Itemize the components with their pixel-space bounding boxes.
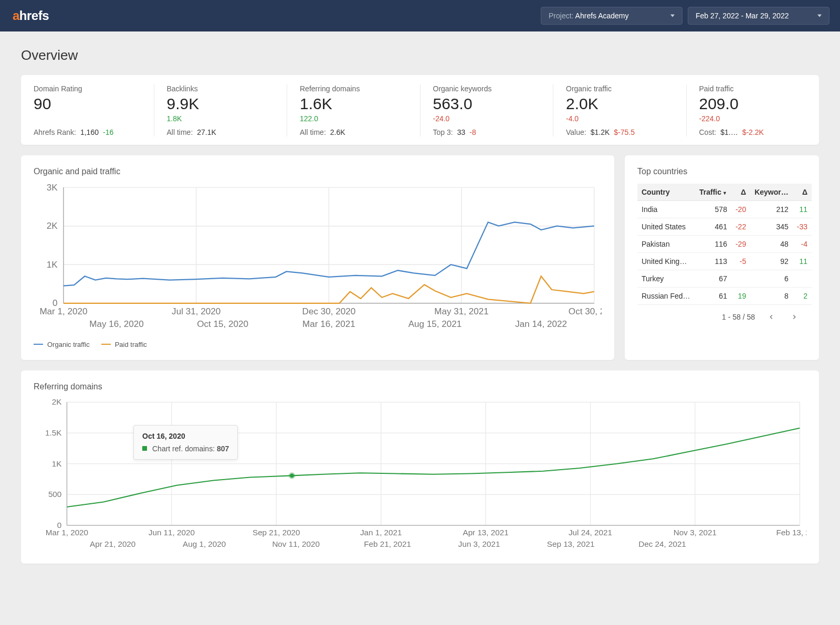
- traffic-chart-title: Organic and paid traffic: [34, 167, 602, 176]
- col-keywords[interactable]: Keywor…: [750, 184, 793, 201]
- svg-text:Aug 1, 2020: Aug 1, 2020: [183, 539, 226, 548]
- svg-text:1.5K: 1.5K: [45, 428, 61, 437]
- metric-change: 122.0: [300, 114, 407, 123]
- metric-change: 1.8K: [167, 114, 275, 123]
- project-label: Project:: [549, 12, 575, 20]
- metric-change: -224.0: [699, 114, 807, 123]
- metric-label: Organic traffic: [566, 84, 674, 93]
- sort-caret-icon: ▼: [722, 190, 727, 196]
- countries-pager: 1 - 58 / 58: [637, 305, 806, 324]
- svg-text:Mar 1, 2020: Mar 1, 2020: [39, 306, 87, 316]
- legend-organic: Organic traffic: [34, 341, 90, 348]
- svg-text:Jun 11, 2020: Jun 11, 2020: [149, 528, 195, 537]
- app-header: ahrefs Project: Ahrefs Academy Feb 27, 2…: [0, 0, 840, 31]
- metric[interactable]: Referring domains1.6K122.0All time:2.6K: [287, 84, 421, 136]
- metric-label: Paid traffic: [699, 84, 807, 93]
- svg-point-61: [290, 473, 294, 478]
- svg-text:2K: 2K: [47, 221, 58, 231]
- metric[interactable]: Domain Rating90Ahrefs Rank:1,160-16: [21, 84, 154, 136]
- svg-text:Feb 21, 2021: Feb 21, 2021: [364, 539, 411, 548]
- col-delta1[interactable]: Δ: [731, 184, 750, 201]
- svg-text:Sep 21, 2020: Sep 21, 2020: [253, 528, 300, 537]
- metric-sub: Ahrefs Rank:1,160-16: [34, 128, 141, 136]
- table-row[interactable]: Turkey676: [637, 270, 812, 288]
- svg-text:Jan 14, 2022: Jan 14, 2022: [515, 319, 567, 329]
- page-title: Overview: [21, 47, 819, 63]
- svg-text:Jan 1, 2021: Jan 1, 2021: [360, 528, 402, 537]
- metric-sub: All time:27.1K: [167, 128, 275, 136]
- referring-domains-chart[interactable]: 05001K1.5K2KMar 1, 2020Jun 11, 2020Sep 2…: [34, 399, 806, 552]
- col-traffic[interactable]: Traffic▼: [695, 184, 731, 201]
- metric[interactable]: Backlinks9.9K1.8KAll time:27.1K: [154, 84, 288, 136]
- svg-text:May 16, 2020: May 16, 2020: [89, 319, 144, 329]
- svg-text:Nov 3, 2021: Nov 3, 2021: [674, 528, 717, 537]
- svg-text:500: 500: [48, 490, 61, 499]
- metric-value: 563.0: [433, 95, 541, 112]
- svg-text:Jul 31, 2020: Jul 31, 2020: [172, 306, 220, 316]
- referring-domains-card: Referring domains 05001K1.5K2KMar 1, 202…: [21, 370, 819, 564]
- table-row[interactable]: Russian Federa…611982: [637, 288, 812, 305]
- svg-text:1K: 1K: [52, 459, 62, 468]
- svg-text:Oct 30, 2021: Oct 30, 2021: [569, 306, 602, 316]
- metric-label: Organic keywords: [433, 84, 541, 93]
- table-row[interactable]: Pakistan116-2948-4: [637, 236, 812, 253]
- svg-text:Jun 3, 2021: Jun 3, 2021: [458, 539, 500, 548]
- traffic-legend: Organic traffic Paid traffic: [34, 341, 602, 348]
- tooltip-date: Oct 16, 2020: [142, 432, 229, 440]
- svg-text:1K: 1K: [47, 260, 58, 270]
- col-delta2[interactable]: Δ: [793, 184, 812, 201]
- metric-value: 209.0: [699, 95, 807, 112]
- pager-prev-button[interactable]: [764, 310, 778, 324]
- metric-value: 9.9K: [167, 95, 275, 112]
- svg-text:Aug 15, 2021: Aug 15, 2021: [408, 319, 462, 329]
- pager-text: 1 - 58 / 58: [722, 313, 755, 321]
- svg-text:Feb 13, 2022: Feb 13, 2022: [776, 528, 806, 537]
- chevron-left-icon: [768, 313, 775, 321]
- svg-text:Jul 24, 2021: Jul 24, 2021: [569, 528, 612, 537]
- metric-sub: Cost:$1.…$-2.2K: [699, 128, 807, 136]
- svg-text:Dec 24, 2021: Dec 24, 2021: [638, 539, 686, 548]
- metric-sub: All time:2.6K: [300, 128, 407, 136]
- metric-value: 1.6K: [300, 95, 407, 112]
- tooltip-dot-icon: [142, 446, 147, 451]
- svg-text:2K: 2K: [52, 399, 62, 406]
- metric-value: 90: [34, 95, 141, 112]
- metric[interactable]: Paid traffic209.0-224.0Cost:$1.…$-2.2K: [687, 84, 820, 136]
- metric[interactable]: Organic traffic2.0K-4.0Value:$1.2K$-75.5: [553, 84, 687, 136]
- svg-text:Nov 11, 2020: Nov 11, 2020: [272, 539, 320, 548]
- date-range-selector[interactable]: Feb 27, 2022 - Mar 29, 2022: [688, 7, 830, 25]
- metric-label: Domain Rating: [34, 84, 141, 93]
- table-row[interactable]: United Kingdom113-59211: [637, 253, 812, 270]
- ahrefs-logo: ahrefs: [13, 8, 49, 23]
- svg-text:Sep 13, 2021: Sep 13, 2021: [547, 539, 595, 548]
- referring-domains-title: Referring domains: [34, 382, 806, 391]
- svg-text:Mar 1, 2020: Mar 1, 2020: [46, 528, 88, 537]
- svg-text:Oct 15, 2020: Oct 15, 2020: [197, 319, 248, 329]
- legend-swatch-organic: [34, 344, 43, 345]
- project-value: Ahrefs Academy: [575, 12, 629, 20]
- project-selector[interactable]: Project: Ahrefs Academy: [541, 7, 682, 25]
- metric-label: Referring domains: [300, 84, 407, 93]
- metric-label: Backlinks: [167, 84, 275, 93]
- pager-next-button[interactable]: [788, 310, 801, 324]
- metric-sub: Top 3:33-8: [433, 128, 541, 136]
- metric-change: -4.0: [566, 114, 674, 123]
- svg-text:3K: 3K: [47, 184, 58, 193]
- svg-text:Mar 16, 2021: Mar 16, 2021: [302, 319, 355, 329]
- svg-text:May 31, 2021: May 31, 2021: [434, 306, 489, 316]
- col-country[interactable]: Country: [637, 184, 695, 201]
- traffic-chart[interactable]: 01K2K3KMar 1, 2020Jul 31, 2020Dec 30, 20…: [34, 184, 602, 333]
- logo-text: hrefs: [19, 8, 49, 23]
- metrics-card: Domain Rating90Ahrefs Rank:1,160-16Backl…: [21, 75, 819, 145]
- svg-text:Apr 13, 2021: Apr 13, 2021: [463, 528, 509, 537]
- table-row[interactable]: United States461-22345-33: [637, 218, 812, 236]
- metric[interactable]: Organic keywords563.0-24.0Top 3:33-8: [421, 84, 554, 136]
- chevron-right-icon: [791, 313, 798, 321]
- metric-value: 2.0K: [566, 95, 674, 112]
- chart-tooltip: Oct 16, 2020 Chart ref. domains: 807: [133, 425, 238, 460]
- table-row[interactable]: India578-2021211: [637, 201, 812, 218]
- legend-swatch-paid: [101, 344, 111, 345]
- logo-accent: a: [13, 8, 19, 23]
- top-countries-card: Top countries Country Traffic▼ Δ Keywor……: [625, 155, 819, 360]
- countries-table: Country Traffic▼ Δ Keywor… Δ India578-20…: [637, 184, 812, 305]
